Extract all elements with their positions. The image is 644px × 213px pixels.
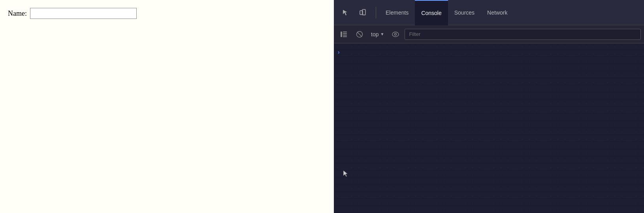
- svg-rect-3: [341, 32, 342, 37]
- svg-line-9: [357, 32, 362, 37]
- devtools-tabs: Elements Console Sources Network: [334, 0, 644, 25]
- svg-point-10: [392, 32, 399, 37]
- console-prompt-chevron: ›: [338, 49, 340, 55]
- svg-rect-4: [343, 32, 347, 32]
- device-toggle-button[interactable]: [355, 5, 371, 21]
- svg-point-11: [395, 33, 397, 35]
- tab-console[interactable]: Console: [415, 0, 448, 25]
- live-expressions-button[interactable]: [389, 28, 402, 41]
- console-output-area[interactable]: ›: [334, 43, 644, 213]
- svg-point-2: [363, 14, 364, 14]
- webpage-panel: Name:: [0, 0, 334, 213]
- name-label: Name:: [8, 8, 27, 19]
- svg-rect-7: [343, 36, 347, 37]
- tab-sources[interactable]: Sources: [448, 0, 481, 25]
- tab-network[interactable]: Network: [481, 0, 514, 25]
- devtools-panel: Elements Console Sources Network: [334, 0, 644, 213]
- svg-rect-5: [343, 33, 347, 34]
- tab-separator: [376, 7, 376, 19]
- name-input[interactable]: [30, 8, 137, 19]
- chevron-down-icon: ▼: [380, 32, 384, 36]
- context-selector[interactable]: top ▼: [369, 30, 386, 39]
- mouse-cursor: [343, 170, 349, 178]
- svg-rect-6: [343, 35, 347, 36]
- inspect-icon-button[interactable]: [338, 5, 354, 21]
- devtools-toolbar: top ▼: [334, 25, 644, 43]
- filter-input[interactable]: [405, 29, 641, 40]
- sidebar-toggle-button[interactable]: [337, 28, 350, 41]
- clear-console-button[interactable]: [353, 28, 366, 41]
- tab-elements[interactable]: Elements: [379, 0, 415, 25]
